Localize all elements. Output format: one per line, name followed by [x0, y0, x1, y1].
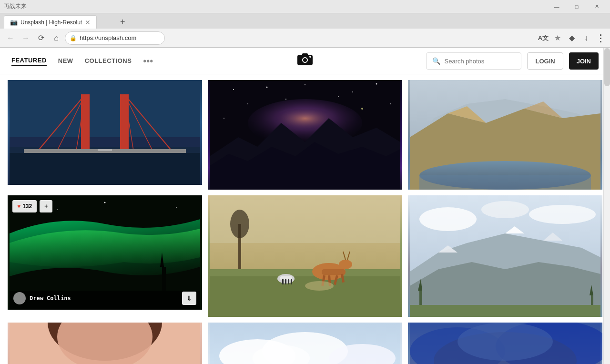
portrait-image — [8, 323, 202, 364]
svg-point-31 — [361, 108, 363, 110]
svg-point-100 — [458, 323, 553, 361]
svg-point-21 — [233, 89, 234, 90]
photo-item-portrait[interactable] — [8, 323, 202, 364]
photo-item-mountain2[interactable] — [408, 195, 602, 317]
maximize-button[interactable]: □ — [567, 0, 586, 13]
antelope-image — [208, 195, 402, 317]
svg-rect-8 — [81, 94, 90, 152]
translate-button[interactable]: A文 — [538, 32, 549, 44]
bookmark-button[interactable]: ★ — [552, 32, 563, 44]
join-button[interactable]: JOIN — [569, 52, 599, 70]
title-bar-left: 再战未来 — [4, 2, 27, 10]
new-tab-button[interactable]: + — [116, 15, 129, 29]
svg-point-23 — [305, 84, 305, 85]
svg-point-74 — [419, 207, 477, 231]
download-photo-button[interactable]: ⇓ — [182, 292, 196, 305]
galaxy-image — [208, 80, 402, 190]
minimize-button[interactable]: — — [547, 0, 566, 13]
svg-rect-86 — [410, 305, 600, 317]
heart-icon: ♥ — [17, 203, 20, 210]
svg-rect-56 — [210, 276, 400, 317]
svg-rect-68 — [282, 279, 284, 284]
svg-point-46 — [104, 202, 106, 203]
unsplash-navigation: FEATURED NEW COLLECTIONS ••• 🔍 LOGIN JOI… — [0, 48, 610, 74]
mountain2-image — [408, 195, 602, 317]
address-input[interactable] — [65, 31, 165, 45]
toolbar-icons: A文 ★ ◆ ↓ ⋮ — [538, 32, 606, 44]
back-button[interactable]: ← — [4, 31, 17, 45]
close-button[interactable]: ✕ — [587, 0, 606, 13]
photo-grid: ♥ 132 + Drew Collins ⇓ — [0, 74, 610, 364]
extensions-button[interactable]: ◆ — [566, 32, 578, 44]
window-controls: — □ ✕ — [547, 0, 606, 13]
svg-point-54 — [230, 210, 249, 238]
photo-item-antelope[interactable] — [208, 195, 402, 317]
tab-favicon-icon: 📷 — [10, 19, 18, 26]
photo-item-aurora[interactable]: ♥ 132 + Drew Collins ⇓ — [8, 195, 202, 310]
mountains-image — [408, 80, 602, 190]
author-avatar — [13, 292, 26, 304]
plus-icon: + — [44, 203, 48, 210]
logo[interactable] — [296, 51, 314, 71]
photo-item-galaxy[interactable] — [208, 80, 402, 190]
author-info: Drew Collins — [13, 292, 71, 304]
svg-point-27 — [285, 99, 286, 100]
svg-point-26 — [247, 103, 248, 104]
photo-item-sky[interactable] — [208, 323, 402, 364]
login-button[interactable]: LOGIN — [527, 52, 563, 70]
svg-point-72 — [305, 281, 334, 291]
nav-links: FEATURED NEW COLLECTIONS ••• — [11, 56, 153, 67]
download-button[interactable]: ↓ — [580, 32, 592, 44]
photo-item-bridge[interactable] — [8, 80, 202, 185]
browser-chrome: 再战未来 — □ ✕ 📷 Unsplash | High-Resolut ✕ +… — [0, 0, 610, 48]
nav-right: 🔍 LOGIN JOIN — [426, 52, 599, 70]
svg-rect-49 — [162, 267, 166, 291]
svg-rect-42 — [419, 175, 591, 190]
home-button[interactable]: ⌂ — [50, 31, 63, 45]
tab-title: Unsplash | High-Resolut — [20, 19, 82, 26]
reload-button[interactable]: ⟳ — [34, 31, 48, 45]
tab-bar: 📷 Unsplash | High-Resolut ✕ + — [0, 13, 610, 29]
search-box[interactable]: 🔍 — [426, 52, 521, 70]
svg-point-76 — [481, 201, 529, 218]
photo-item-mountains[interactable] — [408, 80, 602, 190]
svg-rect-3 — [302, 53, 308, 56]
tab-close-icon[interactable]: ✕ — [85, 19, 91, 26]
menu-button[interactable]: ⋮ — [595, 32, 606, 44]
scrollbar-thumb[interactable] — [604, 48, 610, 86]
svg-rect-17 — [98, 149, 112, 151]
new-tab-placeholder — [97, 15, 116, 29]
svg-point-2 — [303, 58, 307, 62]
title-bar: 再战未来 — □ ✕ — [0, 0, 610, 13]
svg-rect-9 — [120, 94, 129, 152]
like-count: 132 — [22, 203, 32, 210]
add-to-collection-button[interactable]: + — [40, 200, 52, 212]
svg-point-75 — [529, 205, 596, 224]
nav-collections[interactable]: COLLECTIONS — [85, 57, 132, 65]
bridge-image — [8, 80, 202, 185]
photo-item-clouds[interactable] — [408, 323, 602, 364]
svg-point-22 — [266, 87, 268, 88]
title-bar-text: 再战未来 — [4, 2, 27, 10]
search-icon: 🔍 — [432, 57, 440, 65]
search-input[interactable] — [444, 58, 515, 65]
security-lock-icon: 🔒 — [70, 35, 77, 41]
svg-rect-70 — [288, 279, 289, 284]
svg-point-4 — [309, 56, 311, 58]
svg-point-25 — [376, 83, 377, 85]
nav-featured[interactable]: FEATURED — [11, 57, 47, 66]
photo-author-bar: Drew Collins ⇓ — [13, 292, 196, 305]
forward-button[interactable]: → — [19, 31, 32, 45]
nav-more-icon[interactable]: ••• — [143, 56, 153, 67]
scrollbar[interactable] — [603, 48, 610, 364]
svg-rect-18 — [10, 153, 200, 185]
svg-point-63 — [339, 260, 352, 269]
svg-point-47 — [176, 207, 177, 208]
nav-new[interactable]: NEW — [58, 57, 73, 65]
svg-point-89 — [57, 323, 152, 364]
photo-actions: ♥ 132 + — [12, 200, 52, 212]
active-tab[interactable]: 📷 Unsplash | High-Resolut ✕ — [4, 15, 97, 29]
address-bar: ← → ⟳ ⌂ 🔒 A文 ★ ◆ ↓ ⋮ — [0, 29, 610, 48]
page-content: FEATURED NEW COLLECTIONS ••• 🔍 LOGIN JOI… — [0, 48, 610, 364]
like-button[interactable]: ♥ 132 — [12, 200, 37, 212]
